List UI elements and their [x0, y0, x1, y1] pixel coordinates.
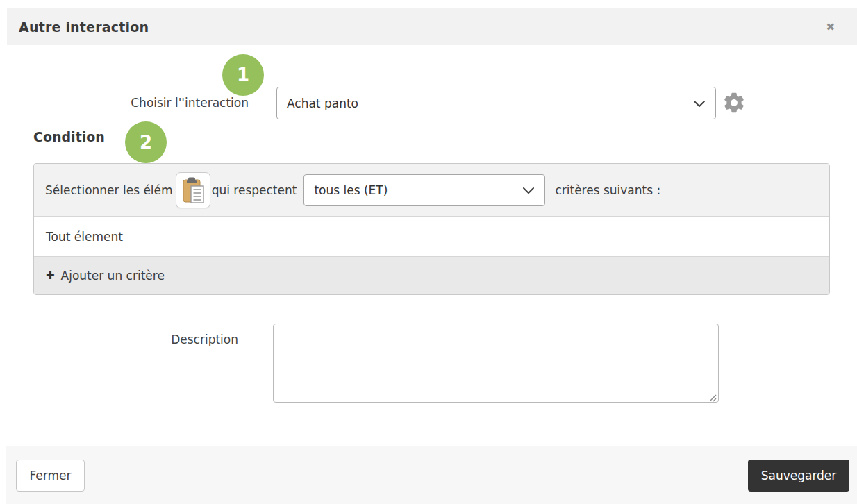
interaction-label: Choisir l''interaction	[0, 96, 249, 110]
add-criterion-label: Ajouter un critère	[61, 269, 165, 283]
description-field-wrap	[273, 324, 719, 403]
dialog-title: Autre interaction	[7, 19, 149, 35]
save-button[interactable]: Sauvegarder	[748, 460, 849, 492]
selector-text-before: Sélectionner les élém	[45, 183, 173, 197]
step-1-number: 1	[237, 65, 249, 85]
dialog-footer: Fermer Sauvegarder	[6, 446, 857, 504]
dialog-header: Autre interaction ✖	[7, 8, 857, 45]
condition-heading: Condition	[33, 129, 105, 144]
interaction-select-value: Achat panto	[287, 96, 358, 110]
combinator-select-value: tous les (ET)	[314, 183, 388, 197]
gear-icon[interactable]	[722, 91, 746, 115]
plus-icon: ✚	[46, 269, 55, 282]
step-2-number: 2	[140, 132, 152, 153]
step-2-badge: 2	[125, 121, 167, 163]
step-1-badge: 1	[222, 54, 264, 96]
selector-text-after: qui respectent	[212, 183, 297, 197]
chevron-down-icon	[522, 183, 535, 197]
criterion-row-label: Tout élement	[46, 230, 123, 244]
add-criterion-button[interactable]: ✚ Ajouter un critère	[34, 256, 829, 294]
chevron-down-icon	[693, 96, 706, 110]
combinator-select[interactable]: tous les (ET)	[303, 174, 545, 206]
description-textarea[interactable]	[273, 324, 719, 403]
criterion-row[interactable]: Tout élement	[34, 216, 829, 256]
interaction-select[interactable]: Achat panto	[276, 87, 716, 119]
condition-box: Sélectionner les élém qui respectent tou…	[33, 163, 830, 295]
other-interaction-dialog: Autre interaction ✖ 1 Choisir l''interac…	[0, 0, 857, 504]
close-button[interactable]: Fermer	[16, 460, 85, 492]
criteria-suffix-text: critères suivants :	[555, 183, 660, 197]
close-icon[interactable]: ✖	[826, 8, 835, 45]
description-label: Description	[0, 333, 238, 346]
condition-header-row: Sélectionner les élém qui respectent tou…	[34, 164, 829, 216]
clipboard-icon[interactable]	[176, 172, 210, 208]
